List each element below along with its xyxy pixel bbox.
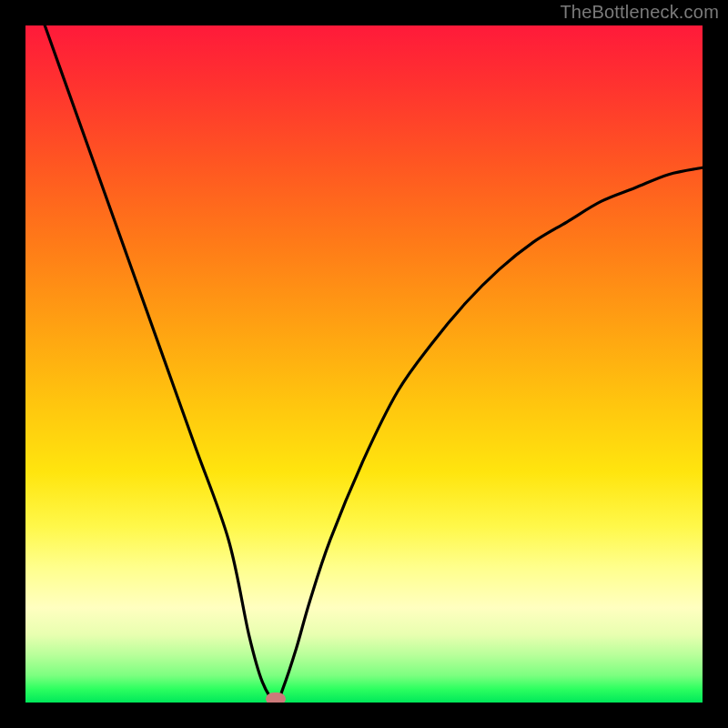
attribution-label: TheBottleneck.com xyxy=(560,2,719,23)
optimal-point-marker xyxy=(266,693,286,703)
chart-frame: TheBottleneck.com xyxy=(0,0,728,728)
plot-area xyxy=(25,25,703,703)
bottleneck-curve xyxy=(25,25,703,703)
